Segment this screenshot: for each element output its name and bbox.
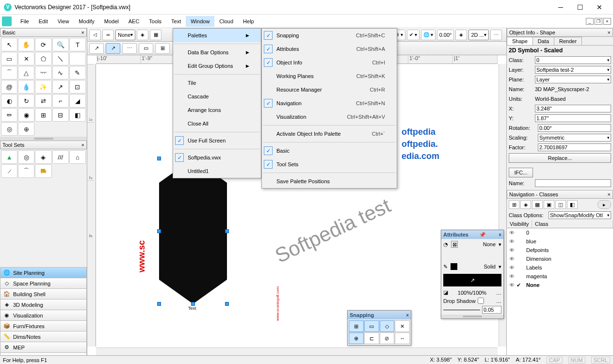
snapping-header[interactable]: Snapping× <box>348 311 411 319</box>
minimize-button[interactable]: ─ <box>551 0 570 15</box>
tool-pointer[interactable]: ↗ <box>52 80 69 94</box>
tb-view[interactable]: ▦ <box>150 30 161 40</box>
pen-swatch[interactable] <box>451 263 457 270</box>
tab-shape[interactable]: Shape <box>507 37 533 45</box>
snap-intersect[interactable]: ✕ <box>395 320 410 332</box>
tool-fillet[interactable]: ⌐ <box>52 94 69 108</box>
tb-ok[interactable]: ✔ ▾ <box>407 30 419 40</box>
menu-model[interactable]: Model <box>99 16 124 27</box>
pen-mode[interactable]: Solid <box>460 264 496 269</box>
submenu-visualization[interactable]: VisualizationCtrl+Shift+Alt+V <box>262 110 397 124</box>
menu-cascade[interactable]: Cascade <box>173 90 261 103</box>
tb-stack[interactable]: ◈ <box>455 30 467 40</box>
snap-tangent[interactable]: ⊘ <box>380 332 395 344</box>
menu-text[interactable]: Text <box>166 16 186 27</box>
fill-mode[interactable]: None <box>461 241 496 247</box>
tool-text[interactable]: T <box>69 38 86 51</box>
mdi-close-button[interactable]: × <box>603 18 611 25</box>
navigation-header[interactable]: Navigation - Classes× <box>507 190 613 199</box>
tab-render[interactable]: Render <box>554 37 582 45</box>
menu-arrange-icons[interactable]: Arrange Icons <box>173 103 261 117</box>
tool-b[interactable]: ⊕ <box>18 122 34 136</box>
nav-btn-3[interactable]: ▦ <box>532 200 543 209</box>
submenu-resourcemgr[interactable]: Resource ManagerCtrl+R <box>262 83 397 96</box>
submenu-toolsets[interactable]: ✓Tool Sets <box>262 158 397 171</box>
close-icon[interactable]: × <box>608 30 611 35</box>
snap-grid[interactable]: ⊞ <box>349 320 364 332</box>
tool-dropper[interactable]: 💧 <box>18 80 34 94</box>
ifc-button[interactable]: IFC... <box>509 168 533 177</box>
tool-misc1[interactable]: ◐ <box>1 94 17 108</box>
hdr-class[interactable]: Class <box>532 220 613 228</box>
tool-stamp[interactable]: ◉ <box>18 108 34 122</box>
eye-icon[interactable]: 👁 <box>507 282 516 288</box>
ts-3d-modeling[interactable]: ◈3D Modeling <box>0 299 87 310</box>
input-factor[interactable] <box>538 143 611 151</box>
ts-tool-4[interactable]: /// <box>52 150 69 164</box>
drag-handle[interactable] <box>441 315 503 318</box>
tab-data[interactable]: Data <box>532 37 554 45</box>
menu-view[interactable]: View <box>53 16 74 27</box>
ts-site-planning[interactable]: 🌐Site Planning <box>0 267 87 278</box>
basic-palette-header[interactable]: Basic× <box>0 28 87 37</box>
dropdown-icon[interactable]: ▾ <box>499 241 501 248</box>
menu-close-all[interactable]: Close All <box>173 117 261 130</box>
eye-icon[interactable]: 👁 <box>507 265 516 270</box>
class-row[interactable]: 👁blue <box>507 237 613 246</box>
tool-misc2[interactable]: ⊞ <box>35 108 51 122</box>
tool-freehand[interactable]: ✎ <box>69 66 86 79</box>
snap-edge[interactable]: ⊏ <box>364 332 379 344</box>
tb-globe[interactable]: 🌐 ▾ <box>421 30 436 40</box>
scrollbar-horizontal[interactable] <box>96 348 498 355</box>
tool-a[interactable]: ◎ <box>1 122 17 136</box>
menu-doc-untitled[interactable]: Untitled1 <box>173 164 261 178</box>
drag-handle[interactable] <box>0 137 87 141</box>
menu-fullscreen[interactable]: ✓Use Full Screen <box>173 134 261 147</box>
tool-wand[interactable]: ✨ <box>35 80 51 94</box>
dd-layer[interactable]: Softpedia test-2 <box>535 66 611 74</box>
dropdown-icon[interactable]: ▾ <box>499 264 501 270</box>
hdr-visibility[interactable]: Visibility <box>507 220 532 228</box>
class-row[interactable]: 👁Defpoints <box>507 246 613 254</box>
tool-polygon[interactable]: ⬠ <box>35 52 51 65</box>
eye-icon[interactable]: 👁 <box>507 247 516 253</box>
menu-tools[interactable]: Tools <box>144 16 166 27</box>
ts-tool-2[interactable]: ◎ <box>18 150 34 164</box>
ts-tool-1[interactable]: ▲ <box>1 150 17 164</box>
menu-window[interactable]: Window <box>186 16 214 27</box>
tool-line[interactable]: ＼ <box>52 52 69 65</box>
tool-spiral[interactable]: @ <box>1 80 17 94</box>
submenu-navigation[interactable]: ✓NavigationCtrl+Shift+N <box>262 96 397 110</box>
nav-btn-5[interactable]: ◫ <box>555 200 566 209</box>
tool-arc[interactable]: ⌒ <box>1 66 17 79</box>
submenu-attributes[interactable]: ✓AttributesCtrl+Shift+A <box>262 42 397 56</box>
menu-edit[interactable]: Edit <box>34 16 53 27</box>
class-row[interactable]: 👁Dimension <box>507 254 613 263</box>
eye-icon[interactable]: 👁 <box>507 273 516 279</box>
submenu-activate-objinfo[interactable]: Activate Object Info PaletteCtrl+` <box>262 127 397 141</box>
menu-aec[interactable]: AEC <box>124 16 145 27</box>
close-icon[interactable]: × <box>406 313 409 318</box>
snap-angle[interactable]: ◇ <box>380 320 395 332</box>
mode-2[interactable]: ↗ <box>106 43 120 54</box>
objectinfo-header[interactable]: Object Info - Shape× <box>507 28 613 37</box>
lineweight-input[interactable] <box>482 306 501 314</box>
tool-misc3[interactable]: ⊟ <box>52 108 69 122</box>
ts-visualization[interactable]: ◉Visualization <box>0 310 87 320</box>
tb-more[interactable]: ⋯ <box>490 30 502 40</box>
tool-spline[interactable]: ∿ <box>52 66 69 79</box>
dropshadow-more[interactable]: … <box>496 298 501 304</box>
mode-3[interactable]: ⋯ <box>122 43 137 54</box>
input-rotation[interactable] <box>538 124 611 132</box>
close-icon[interactable]: × <box>81 30 84 35</box>
menu-help[interactable]: Help <box>238 16 259 27</box>
tool-pencil[interactable]: ✏ <box>1 108 17 122</box>
tool-curve[interactable]: 〰 <box>35 66 51 79</box>
tb-layer[interactable]: ◈ <box>137 30 148 40</box>
eye-icon[interactable]: 👁 <box>507 238 516 244</box>
snap-distance[interactable]: ↔ <box>395 332 410 344</box>
tool-mirror[interactable]: ⇄ <box>35 94 51 108</box>
app-menu-icon[interactable] <box>2 16 12 26</box>
ts-tool-8[interactable]: ⛟ <box>35 164 51 178</box>
dd-class[interactable]: 0 <box>535 56 611 64</box>
